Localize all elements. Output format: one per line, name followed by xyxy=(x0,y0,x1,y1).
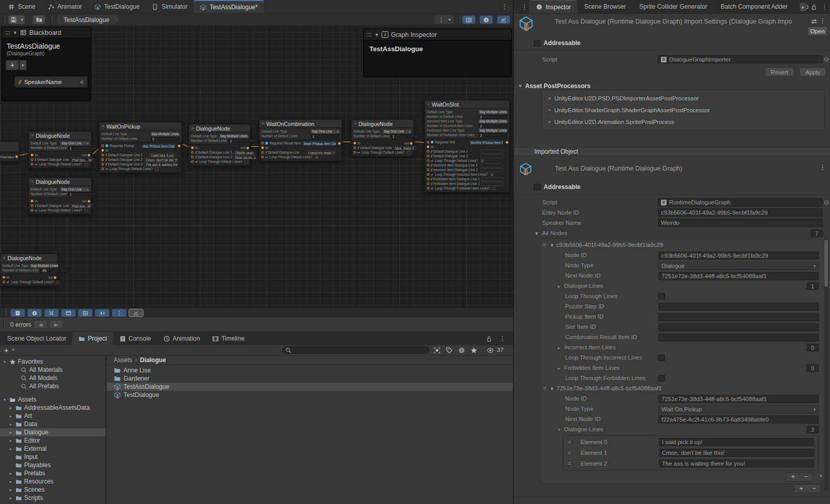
data-port[interactable] xyxy=(31,209,33,212)
foldout-arrow[interactable]: ▸ xyxy=(549,108,551,112)
tree-item-scripts[interactable]: ▸Scripts xyxy=(0,494,106,502)
data-port[interactable] xyxy=(31,204,33,207)
panel-menu-icon[interactable]: ⋮ xyxy=(821,3,828,11)
panel-drag-handle-icon[interactable] xyxy=(5,31,10,34)
array-size-field[interactable]: 3 xyxy=(806,426,819,433)
file-item-testdialogue[interactable]: {}TestDialogue xyxy=(107,391,513,399)
array-size-field[interactable]: 1 xyxy=(806,282,819,290)
project-search-field[interactable] xyxy=(282,346,429,354)
search-input[interactable] xyxy=(294,347,426,353)
dropdown-field[interactable]: Dialogue▾ xyxy=(658,262,819,270)
data-port[interactable] xyxy=(31,158,33,161)
graph-breadcrumb[interactable]: TestAssDialogue xyxy=(57,15,120,25)
out-port[interactable] xyxy=(338,142,341,144)
flow-port[interactable] xyxy=(354,142,356,144)
chevron-down-icon[interactable]: ▾ xyxy=(19,15,25,24)
line-text-field[interactable] xyxy=(481,150,503,154)
tree-item-all-models[interactable]: All Models xyxy=(0,374,106,382)
field-dropdown[interactable]: Say One Line▾ xyxy=(311,130,340,134)
file-item-testassdialogue[interactable]: {}TestAssDialogue xyxy=(107,383,513,391)
checkbox[interactable]: ✓ xyxy=(315,156,318,159)
data-port[interactable] xyxy=(101,163,104,165)
graph-options-button[interactable]: ⋮ ▾ xyxy=(434,15,454,24)
graph-node-dialoguenode[interactable]: ≡DialogueNodeDefault Line TypeSay One Li… xyxy=(28,131,92,169)
remove-element-button[interactable]: − xyxy=(804,473,808,480)
panel-drag-handle-icon[interactable] xyxy=(367,33,372,36)
presets-icon[interactable] xyxy=(811,18,818,25)
graph-inspector-header[interactable]: ▼ i Graph Inspector xyxy=(364,29,511,40)
tree-item-data[interactable]: ▸Data xyxy=(0,420,106,428)
graph-toolbar-toggle-info-icon[interactable]: i xyxy=(480,15,493,24)
object-field[interactable]: Ass [Pickup Item Data] (P xyxy=(141,144,175,148)
tab-scroll-right-button[interactable]: ▸ xyxy=(800,3,806,11)
field-input[interactable]: 2 xyxy=(229,139,257,143)
save-search-icon[interactable]: ! xyxy=(458,347,465,354)
expand-arrow-icon[interactable]: ▸ xyxy=(8,447,13,451)
line-text-field[interactable]: The ass is waiting there for y xyxy=(144,162,178,166)
foldout-arrow[interactable]: ▸ xyxy=(558,366,561,371)
field-dropdown[interactable]: Say One Line▾ xyxy=(383,130,411,134)
foldout-arrow[interactable]: ▸ xyxy=(558,345,561,350)
expand-arrow-icon[interactable]: ▸ xyxy=(8,496,13,500)
out-port[interactable] xyxy=(178,144,180,147)
checkbox[interactable] xyxy=(245,160,248,163)
apply-button[interactable]: Apply xyxy=(800,68,826,76)
expand-arrow-icon[interactable]: ▸ xyxy=(8,430,13,435)
value-field[interactable] xyxy=(658,313,819,321)
out-port[interactable] xyxy=(410,142,412,144)
data-port[interactable] xyxy=(427,178,429,180)
element-value-field[interactable]: Cmon, don't be like this! xyxy=(659,449,814,457)
field-input[interactable]: 1 xyxy=(68,146,97,150)
value-field[interactable]: 7251e73e-38d3-44ff-a8c5-bcf54088aaf1 xyxy=(658,272,819,280)
checkbox[interactable] xyxy=(155,167,158,171)
data-port[interactable] xyxy=(191,160,194,163)
checkbox[interactable] xyxy=(658,375,665,382)
graph-canvas[interactable]: ≡StartNodespeakerNameout≡DialogueNodeDef… xyxy=(0,26,513,307)
object-field[interactable]: Bonfire [Pickup Item D xyxy=(469,140,503,144)
line-text-field[interactable] xyxy=(481,168,503,172)
field-dropdown[interactable]: Say Multiple Lines▾ xyxy=(479,119,507,123)
tree-item-prefabs[interactable]: ▸Prefabs xyxy=(0,469,106,477)
expand-arrow-icon[interactable]: ▾ xyxy=(2,397,7,402)
node-title-bar[interactable]: ≡DialogueNode xyxy=(189,124,250,133)
data-port[interactable] xyxy=(261,142,264,144)
field-dropdown[interactable]: Say Multiple Lines▾ xyxy=(30,264,58,268)
tree-item-input[interactable]: Input xyxy=(0,453,106,461)
graph-view-button-window-icon[interactable] xyxy=(61,309,76,317)
visibility-eye-icon[interactable] xyxy=(487,347,494,354)
node-entry-header[interactable]: =▼7251e73e-38d3-44ff-a8c5-bcf54088aaf1 xyxy=(541,384,824,394)
tree-item-playables[interactable]: Playables xyxy=(0,461,106,469)
inspector-tab-sprite-collider-generator[interactable]: Sprite Collider Generator xyxy=(633,0,714,13)
expand-arrow-icon[interactable]: ▾ xyxy=(2,360,7,364)
panel-menu-icon[interactable]: ⋮ xyxy=(499,334,506,342)
object-picker-icon[interactable]: ⊙ xyxy=(824,56,829,63)
context-menu-icon[interactable]: ⋮ xyxy=(819,163,826,171)
foldout-arrow[interactable]: ▼ xyxy=(550,386,554,391)
field-dropdown[interactable]: Say Multiple Lines▾ xyxy=(219,134,248,138)
bottom-tab-timeline[interactable]: Timeline xyxy=(206,332,251,345)
value-field[interactable]: f22a475e-4c2f-41c6-9b73-6a83498abfe0 xyxy=(658,415,819,424)
data-port[interactable] xyxy=(101,167,104,170)
field-input[interactable]: -55 xyxy=(40,268,69,272)
graph-node-dialoguenode[interactable]: ≡DialogueNodeDefault Line TypeSay One Li… xyxy=(351,119,414,157)
editor-tab-simulator[interactable]: Simulator xyxy=(146,0,194,13)
tab-overflow-icon[interactable]: ⋮ xyxy=(501,3,508,10)
create-asset-dropdown[interactable]: ▾ xyxy=(12,348,14,352)
postprocessor-item[interactable]: ▸UnityEditor.U2D.PSD.PSDImporterAssetPos… xyxy=(542,92,824,104)
flow-port[interactable] xyxy=(31,200,33,202)
field-input[interactable]: 1 xyxy=(68,192,97,196)
graph-view-button-chart-icon[interactable] xyxy=(129,309,143,317)
flow-port[interactable] xyxy=(101,149,104,152)
entry-node-id-field[interactable]: c93b5606-401f-49a2-99b5-9ecbf1fa9c29 xyxy=(658,208,823,217)
tree-item-all-prefabs[interactable]: All Prefabs xyxy=(0,382,106,390)
field-input[interactable]: 2 xyxy=(479,115,507,119)
field-input[interactable]: 1 xyxy=(311,134,340,138)
field-input[interactable]: 2 xyxy=(479,133,507,137)
tree-item-scenes[interactable]: ▸Scenes xyxy=(0,486,106,494)
editor-tab-animator[interactable]: Animator xyxy=(42,0,88,13)
tree-item-all-materials[interactable]: All Materials xyxy=(0,366,106,374)
field-dropdown[interactable]: Say Multiple Lines▾ xyxy=(479,129,507,133)
foldout-arrow[interactable]: ▼ xyxy=(534,231,539,236)
data-port[interactable] xyxy=(354,151,356,154)
flow-port[interactable] xyxy=(261,146,264,149)
